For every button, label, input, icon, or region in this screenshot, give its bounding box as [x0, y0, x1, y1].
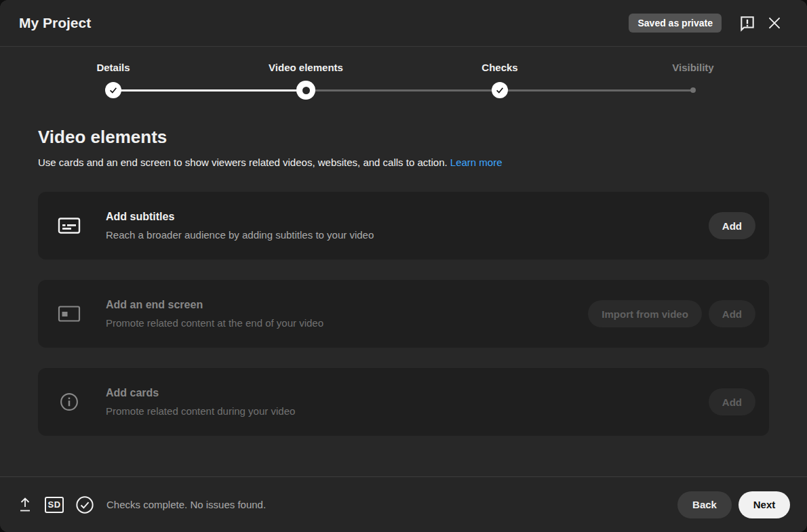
step-complete-check-icon [492, 82, 508, 98]
dialog-title: My Project [19, 15, 629, 31]
add-subtitles-button[interactable]: Add [709, 212, 755, 239]
page-description-text: Use cards and an end screen to show view… [38, 157, 448, 168]
step-visibility[interactable]: Visibility [625, 47, 761, 73]
card-title: Add cards [106, 387, 709, 399]
feedback-icon [739, 14, 756, 32]
subtitles-icon [57, 217, 81, 234]
upload-icon [17, 496, 33, 514]
stepper-track-complete [113, 89, 306, 91]
card-description: Promote related content during your vide… [106, 405, 709, 417]
progress-stepper: Details Video elements Checks Visibility [0, 47, 807, 112]
import-from-video-button: Import from video [588, 300, 702, 327]
video-elements-list: Add subtitles Reach a broader audience b… [0, 192, 807, 436]
back-button[interactable]: Back [677, 491, 732, 518]
step-checks[interactable]: Checks [432, 47, 568, 73]
checks-status-text: Checks complete. No issues found. [106, 499, 677, 510]
card-title: Add an end screen [106, 299, 588, 311]
next-button[interactable]: Next [739, 491, 790, 518]
add-cards-button: Add [709, 388, 755, 415]
feedback-button[interactable] [734, 9, 761, 37]
step-current-icon [296, 81, 315, 100]
step-upcoming-icon [690, 87, 696, 93]
card-title: Add subtitles [106, 211, 709, 223]
card-description: Promote related content at the end of yo… [106, 317, 588, 329]
add-subtitles-card: Add subtitles Reach a broader audience b… [38, 192, 769, 260]
step-details[interactable]: Details [45, 47, 181, 73]
end-screen-icon [57, 305, 81, 323]
step-label: Visibility [625, 62, 761, 73]
step-label: Details [45, 62, 181, 73]
learn-more-link[interactable]: Learn more [450, 157, 503, 168]
dialog-header: My Project Saved as private [0, 0, 807, 47]
sd-quality-badge-icon: SD [45, 497, 64, 513]
checks-complete-icon [75, 495, 94, 514]
saved-status-badge: Saved as private [629, 14, 722, 33]
page-description: Use cards and an end screen to show view… [38, 157, 769, 168]
close-button[interactable] [761, 9, 788, 37]
page-title: Video elements [38, 127, 807, 148]
step-label: Video elements [238, 62, 374, 73]
add-cards-card: Add cards Promote related content during… [38, 368, 769, 436]
close-icon [766, 14, 783, 32]
step-complete-check-icon [105, 82, 121, 98]
add-end-screen-button: Add [709, 300, 755, 327]
info-icon [57, 392, 81, 412]
dialog-footer: SD Checks complete. No issues found. Bac… [0, 476, 807, 532]
main-content: Video elements Use cards and an end scre… [0, 112, 807, 456]
step-video-elements[interactable]: Video elements [238, 47, 374, 73]
step-label: Checks [432, 62, 568, 73]
add-end-screen-card: Add an end screen Promote related conten… [38, 280, 769, 348]
card-description: Reach a broader audience by adding subti… [106, 229, 709, 241]
upload-dialog: My Project Saved as private Details [0, 0, 807, 532]
